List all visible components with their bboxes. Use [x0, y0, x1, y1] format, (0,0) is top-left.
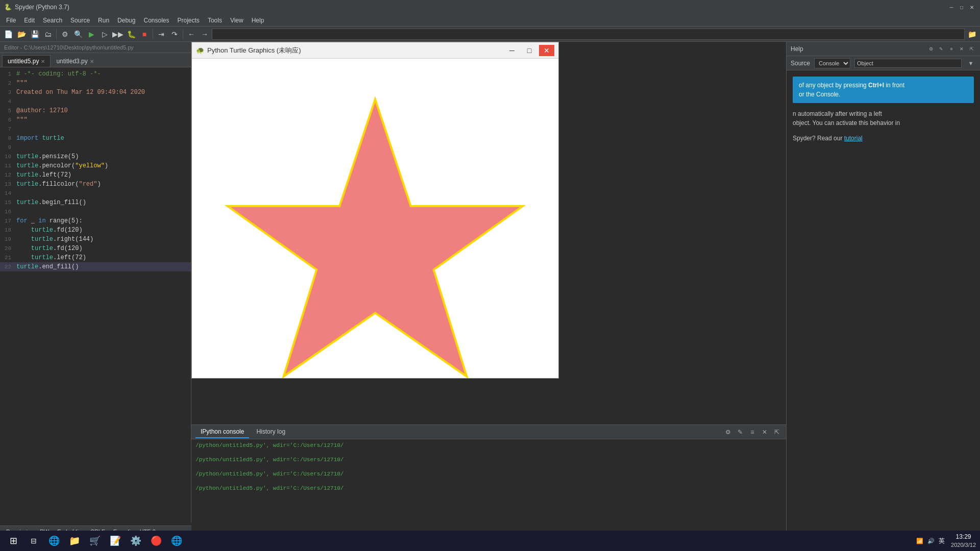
console-close-button[interactable]: ✕ [760, 427, 770, 437]
save-all-button[interactable]: 🗂 [42, 28, 54, 40]
menu-file[interactable]: File [2, 14, 20, 26]
taskbar-store[interactable]: 🛒 [86, 532, 104, 550]
code-line-12: 12 turtle.left(72) [0, 170, 191, 180]
run-selection-button[interactable]: ▶▶ [112, 28, 124, 40]
tab-close-untitled5[interactable]: ✕ [41, 59, 45, 64]
object-input[interactable] [854, 59, 962, 68]
tab-close-untitled3[interactable]: ✕ [90, 59, 94, 64]
language-indicator[interactable]: 英 [939, 537, 945, 545]
run-button[interactable]: ▶ [85, 28, 97, 40]
code-line-11: 11 turtle.pencolor("yellow") [0, 161, 191, 170]
console-float-button[interactable]: ⇱ [772, 427, 782, 437]
start-button[interactable]: ⊞ [4, 532, 22, 550]
code-line-13: 13 turtle.fillcolor("red") [0, 180, 191, 189]
menu-consoles[interactable]: Consoles [139, 14, 173, 26]
menu-debug[interactable]: Debug [113, 14, 139, 26]
menu-view[interactable]: View [226, 14, 248, 26]
tab-untitled3[interactable]: untitled3.py ✕ [51, 55, 99, 67]
turtle-title-bar: 🐢 Python Turtle Graphics (未响应) ─ □ ✕ [192, 42, 558, 59]
taskbar-notes[interactable]: 📝 [106, 532, 125, 550]
back-button[interactable]: ← [185, 28, 198, 40]
turtle-maximize-button[interactable]: □ [522, 45, 537, 56]
stop-button[interactable]: ■ [138, 28, 151, 40]
menu-search[interactable]: Search [39, 14, 66, 26]
step-over-button[interactable]: ↷ [168, 28, 181, 40]
network-icon: 📶 [916, 538, 923, 544]
task-view-button[interactable]: ⊟ [24, 532, 43, 550]
preferences-button[interactable]: ⚙ [59, 28, 71, 40]
taskbar: ⊞ ⊟ 🌐 📁 🛒 📝 ⚙️ 🔴 🌐 📶 🔊 英 13:29 2020/3/12 [0, 531, 980, 551]
separator-3 [183, 29, 183, 39]
help-text-2: or the Console. [799, 91, 840, 98]
title-bar-left: 🐍 Spyder (Python 3.7) [4, 4, 69, 11]
turtle-controls: ─ □ ✕ [504, 45, 554, 56]
menu-tools[interactable]: Tools [204, 14, 226, 26]
help-title: Help [791, 45, 803, 53]
console-line-4 [195, 464, 782, 470]
help-source-bar: Source Console Editor ▼ [787, 56, 980, 70]
help-settings-button[interactable]: ⚙ [927, 45, 935, 53]
help-text-block-2: n automatically after writing a left obj… [793, 109, 974, 128]
browse-button[interactable]: 📁 [966, 28, 978, 40]
forward-button[interactable]: → [199, 28, 211, 40]
run-cell-button[interactable]: ▷ [99, 28, 111, 40]
help-options-button[interactable]: ≡ [947, 45, 955, 53]
tab-label-untitled3: untitled3.py [56, 58, 87, 65]
code-editor[interactable]: 1 # -*- coding: utf-8 -*- 2 """ 3 Create… [0, 67, 191, 522]
console-settings-button[interactable]: ⚙ [723, 427, 733, 437]
new-file-button[interactable]: 📄 [2, 28, 14, 40]
source-select[interactable]: Console Editor [814, 58, 850, 68]
editor-breadcrumb: Editor - C:\Users\12710\Desktop\python\u… [0, 42, 191, 53]
source-label: Source [791, 60, 810, 67]
maximize-button[interactable]: □ [958, 3, 966, 11]
turtle-title-text: Python Turtle Graphics (未响应) [207, 46, 301, 55]
taskbar-browser[interactable]: 🌐 [167, 532, 186, 550]
find-button[interactable]: 🔍 [72, 28, 84, 40]
tutorial-link[interactable]: tutorial [844, 135, 863, 142]
help-close-button[interactable]: ✕ [958, 45, 966, 53]
turtle-close-button[interactable]: ✕ [539, 45, 554, 56]
clock-date: 2020/3/12 [951, 541, 976, 549]
taskbar-ie[interactable]: 🌐 [45, 532, 63, 550]
taskbar-explorer[interactable]: 📁 [65, 532, 84, 550]
turtle-window: 🐢 Python Turtle Graphics (未响应) ─ □ ✕ [191, 42, 559, 379]
editor-tabs: untitled5.py ✕ untitled3.py ✕ [0, 53, 191, 67]
taskbar-settings[interactable]: ⚙️ [127, 532, 145, 550]
console-line-5: /python/untitled5.py', wdir='C:/Users/12… [195, 471, 782, 477]
console-tab-bar: IPython console History log ⚙ ✎ ≡ ✕ ⇱ [191, 425, 786, 439]
help-float-button[interactable]: ⇱ [968, 45, 976, 53]
code-line-17: 17 for _ in range(5): [0, 216, 191, 226]
tab-ipython[interactable]: IPython console [195, 426, 249, 438]
open-file-button[interactable]: 📂 [15, 28, 28, 40]
menu-edit[interactable]: Edit [20, 14, 39, 26]
code-line-15: 15 turtle.begin_fill() [0, 198, 191, 207]
turtle-canvas [192, 59, 558, 378]
console-edit-button[interactable]: ✎ [735, 427, 745, 437]
path-input[interactable]: C:\Users\12710\Desktop\python [212, 29, 965, 40]
code-line-3: 3 Created on Thu Mar 12 09:49:04 2020 [0, 88, 191, 97]
menu-projects[interactable]: Projects [174, 14, 204, 26]
turtle-minimize-button[interactable]: ─ [504, 45, 520, 56]
console-panel: IPython console History log ⚙ ✎ ≡ ✕ ⇱ /p… [191, 424, 786, 537]
menu-run[interactable]: Run [94, 14, 113, 26]
code-line-6: 6 """ [0, 115, 191, 124]
save-button[interactable]: 💾 [29, 28, 41, 40]
menu-source[interactable]: Source [66, 14, 94, 26]
step-button[interactable]: ⇥ [155, 28, 167, 40]
object-go-button[interactable]: ▼ [966, 58, 976, 68]
system-clock[interactable]: 13:29 2020/3/12 [951, 533, 976, 549]
console-tab-controls: ⚙ ✎ ≡ ✕ ⇱ [723, 427, 782, 437]
help-edit-button[interactable]: ✎ [937, 45, 945, 53]
tab-untitled5[interactable]: untitled5.py ✕ [2, 55, 51, 67]
code-line-22: 22 turtle.end_fill() [0, 262, 191, 271]
code-line-4: 4 [0, 97, 191, 106]
separator-1 [56, 29, 57, 39]
close-button[interactable]: ✕ [968, 3, 976, 11]
tab-history[interactable]: History log [251, 426, 290, 438]
console-options-button[interactable]: ≡ [747, 427, 757, 437]
system-tray: 📶 🔊 英 [916, 537, 945, 545]
taskbar-antivirus[interactable]: 🔴 [147, 532, 165, 550]
debug-button[interactable]: 🐛 [125, 28, 137, 40]
menu-help[interactable]: Help [248, 14, 268, 26]
minimize-button[interactable]: ─ [947, 3, 955, 11]
